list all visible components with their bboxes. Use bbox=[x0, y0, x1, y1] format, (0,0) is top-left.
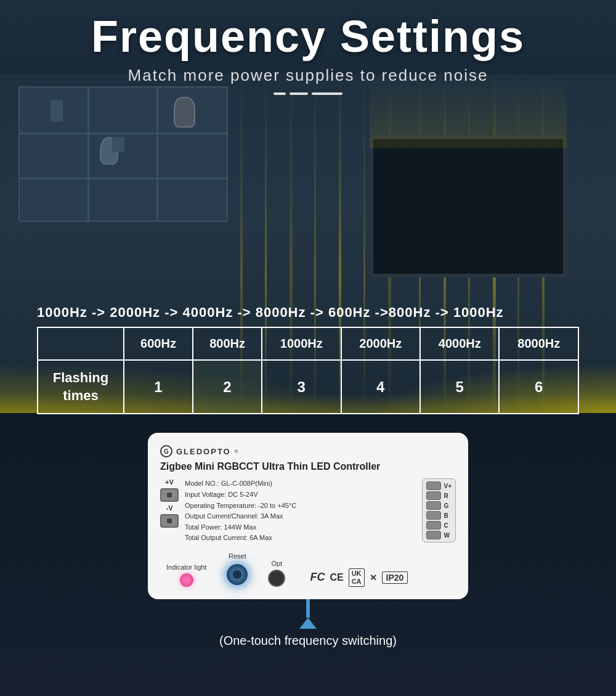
table-cell-2: 2 bbox=[193, 360, 262, 414]
table-header-1000hz: 1000Hz bbox=[262, 327, 341, 360]
logo-icon: G bbox=[160, 445, 172, 457]
table-cell-4: 4 bbox=[341, 360, 420, 414]
x-badge: ✕ bbox=[370, 573, 377, 583]
table-data-row: Flashingtimes 1 2 3 4 5 6 bbox=[38, 360, 578, 414]
indicator-label: Indicator light bbox=[166, 563, 206, 571]
indicator-light bbox=[180, 573, 193, 587]
divider-dot-1 bbox=[274, 92, 286, 95]
arrow-up-icon bbox=[299, 618, 317, 629]
reset-button-inner bbox=[232, 569, 243, 580]
spec-total-current: Total Output Current: 6A Max bbox=[185, 533, 416, 544]
table-cell-1: 1 bbox=[124, 360, 193, 414]
spec-temp: Operating Temperature: -20 to +45°C bbox=[185, 501, 416, 512]
reset-button[interactable] bbox=[225, 562, 249, 587]
table-header-8000hz: 8000Hz bbox=[499, 327, 578, 360]
port-c: C bbox=[426, 521, 452, 530]
freq-table: 600Hz 800Hz 1000Hz 2000Hz 4000Hz 8000Hz … bbox=[37, 327, 579, 414]
table-header-2000hz: 2000Hz bbox=[341, 327, 420, 360]
header: Frequency Settings Match more power supp… bbox=[0, 0, 616, 101]
table-row-label: Flashingtimes bbox=[38, 360, 124, 414]
spec-voltage: Input Voltage: DC 5-24V bbox=[185, 489, 416, 501]
arrow-stem bbox=[306, 599, 310, 618]
arrow-caption-section: (One-touch frequency switching) bbox=[219, 599, 397, 648]
indicator-group: Indicator light bbox=[166, 563, 206, 587]
table-cell-5: 5 bbox=[420, 360, 499, 414]
opt-group: Opt bbox=[268, 560, 285, 587]
port-b: B bbox=[426, 511, 452, 520]
port-r: R bbox=[426, 491, 452, 500]
card-specs: Model NO.: GL-C-008P(Mini) Input Voltage… bbox=[185, 478, 416, 544]
port-g: G bbox=[426, 501, 452, 510]
freq-sequence-text: 1000Hz -> 2000Hz -> 4000Hz -> 8000Hz -> … bbox=[37, 305, 504, 320]
fc-badge: FC bbox=[310, 571, 325, 584]
table-header-empty bbox=[38, 327, 124, 360]
opt-label: Opt bbox=[272, 560, 283, 567]
reset-label: Reset bbox=[229, 552, 246, 560]
port-w: W bbox=[426, 531, 452, 539]
product-title: Zigbee Mini RGBCCT Ultra Thin LED Contro… bbox=[160, 461, 456, 472]
table-header-row: 600Hz 800Hz 1000Hz 2000Hz 4000Hz 8000Hz bbox=[38, 327, 578, 360]
brand-tm: ® bbox=[235, 449, 238, 454]
ip20-badge: IP20 bbox=[382, 571, 408, 584]
page-title: Frequency Settings bbox=[25, 12, 591, 61]
left-ports: +V -V bbox=[160, 478, 179, 528]
port-v-minus bbox=[160, 514, 179, 528]
divider-dot-2 bbox=[290, 92, 308, 95]
product-card-section: G GLEDOPTO ® Zigbee Mini RGBCCT Ultra Th… bbox=[0, 433, 616, 648]
brand-logo: G GLEDOPTO ® bbox=[160, 445, 238, 457]
spec-model: Model NO.: GL-C-008P(Mini) bbox=[185, 478, 416, 489]
product-card: G GLEDOPTO ® Zigbee Mini RGBCCT Ultra Th… bbox=[148, 433, 468, 599]
card-body: +V -V Model NO.: GL-C-008P(Mini) Input V… bbox=[160, 478, 456, 544]
table-cell-6: 6 bbox=[499, 360, 578, 414]
freq-sequence: 1000Hz -> 2000Hz -> 4000Hz -> 8000Hz -> … bbox=[0, 305, 616, 321]
right-ports: V+ R G B C bbox=[422, 478, 456, 542]
divider-dots bbox=[25, 92, 591, 95]
port-v-plus bbox=[160, 488, 179, 502]
card-header: G GLEDOPTO ® bbox=[160, 445, 456, 457]
divider-dot-3 bbox=[312, 92, 342, 95]
opt-button[interactable] bbox=[268, 570, 285, 587]
one-touch-caption: (One-touch frequency switching) bbox=[219, 634, 397, 648]
port-vplus: V+ bbox=[426, 481, 452, 490]
ukca-badge: UKCA bbox=[349, 568, 365, 587]
page-subtitle: Match more power supplies to reduce nois… bbox=[25, 66, 591, 85]
table-header-4000hz: 4000Hz bbox=[420, 327, 499, 360]
brand-name: GLEDOPTO bbox=[176, 447, 231, 456]
freq-table-wrapper: 600Hz 800Hz 1000Hz 2000Hz 4000Hz 8000Hz … bbox=[0, 321, 616, 414]
card-controls: Indicator light Reset Opt FC CE UKCA ✕ I… bbox=[160, 552, 456, 587]
spec-current: Output Current/Channel: 3A Max bbox=[185, 511, 416, 522]
table-header-800hz: 800Hz bbox=[193, 327, 262, 360]
ce-badge: CE bbox=[330, 572, 343, 583]
spec-power: Total Power: 144W Max bbox=[185, 522, 416, 533]
table-header-600hz: 600Hz bbox=[124, 327, 193, 360]
tv-unit bbox=[370, 136, 567, 277]
table-cell-3: 3 bbox=[262, 360, 341, 414]
reset-group: Reset bbox=[225, 552, 249, 587]
shelf-unit bbox=[18, 86, 228, 222]
cert-badges: FC CE UKCA ✕ IP20 bbox=[304, 568, 414, 587]
